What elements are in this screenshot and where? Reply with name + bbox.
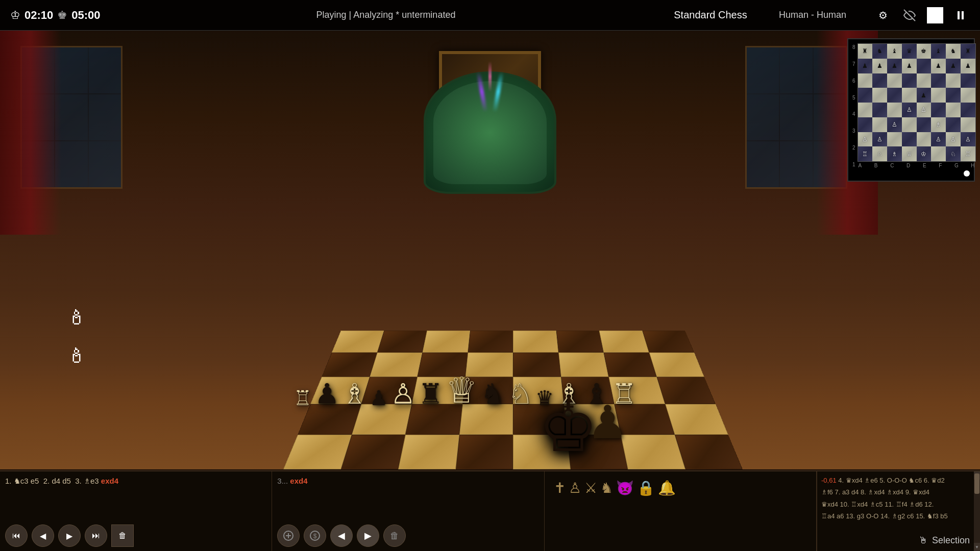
current-move-panel: 3... exd4 $ ◀ ▶ 🗑 bbox=[272, 471, 544, 551]
chess-background: ♖ ♟ ♗ ♟ ♙ ♜ ♕ ♞ ♘ ♛ ♗ ♝ ♖ 🕯 ♚ ♟ bbox=[0, 31, 980, 469]
white-crown-icon: ♔ bbox=[10, 9, 20, 22]
svg-rect-1 bbox=[958, 11, 960, 19]
svg-rect-2 bbox=[962, 11, 964, 19]
selection-label: Selection bbox=[932, 535, 970, 546]
first-move-button[interactable]: ⏮ bbox=[5, 524, 28, 547]
last-move-button[interactable]: ⏭ bbox=[85, 524, 107, 547]
hide-button[interactable] bbox=[900, 6, 919, 24]
chair bbox=[419, 71, 561, 224]
black-timer: 05:00 bbox=[71, 9, 100, 22]
move-controls: ⏮ ◀ ▶ ⏭ 🗑 bbox=[5, 524, 266, 547]
add-variation-button[interactable] bbox=[277, 524, 300, 547]
rank-labels: 87654321 bbox=[852, 43, 856, 168]
forward-button[interactable]: ▶ bbox=[357, 524, 379, 547]
curtain-left bbox=[0, 31, 61, 235]
candle: 🕯 bbox=[66, 306, 87, 367]
back-button[interactable]: ◀ bbox=[330, 524, 353, 547]
game-type: Standard Chess bbox=[659, 9, 762, 21]
sword-icon[interactable]: ⚔ bbox=[584, 480, 597, 496]
move-action-controls: $ ◀ ▶ 🗑 bbox=[277, 524, 538, 547]
selection-indicator: 🖱 Selection bbox=[919, 535, 970, 546]
move-history-text: 1. ♞c3 e5 2. d4 d5 3. ♗e3 exd4 bbox=[5, 475, 266, 521]
game-status: Playing | Analyzing * unterminated bbox=[112, 10, 659, 20]
mini-board[interactable]: 87654321 ♜♞♝♛♚♝♞♜♟♟♟♟♟♟♟♟♙♙♙♗♙♙♙♙♙♖♘♗♕♔♘… bbox=[847, 38, 975, 182]
pawn-icon[interactable]: ♙ bbox=[569, 480, 581, 496]
lock-icon[interactable]: 🔒 bbox=[637, 480, 655, 496]
current-move-text: 3... exd4 bbox=[277, 475, 538, 521]
players-label: Human - Human bbox=[762, 10, 864, 20]
pause-button[interactable] bbox=[951, 6, 970, 24]
mini-board-grid: ♜♞♝♛♚♝♞♜♟♟♟♟♟♟♟♟♙♙♙♗♙♙♙♙♙♖♘♗♕♔♘♖ bbox=[857, 43, 976, 162]
settings-button[interactable]: ⚙ bbox=[874, 6, 892, 24]
prev-move-button[interactable]: ◀ bbox=[32, 524, 54, 547]
move-history-panel: 1. ♞c3 e5 2. d4 d5 3. ♗e3 exd4 ⏮ ◀ ▶ ⏭ 🗑 bbox=[0, 471, 272, 551]
knight-icon[interactable]: ♞ bbox=[600, 480, 613, 496]
next-move-button[interactable]: ▶ bbox=[58, 524, 81, 547]
bell-icon[interactable]: 🔔 bbox=[658, 480, 676, 496]
demon-icon[interactable]: 👿 bbox=[616, 480, 634, 496]
scrollbar-thumb[interactable] bbox=[974, 473, 979, 494]
dark-piece-2: ♟ bbox=[587, 395, 628, 449]
top-controls: ⚙ bbox=[874, 6, 970, 24]
white-dot bbox=[964, 170, 970, 177]
annotation-panel: ✝ ♙ ⚔ ♞ 👿 🔒 🔔 bbox=[545, 471, 817, 551]
black-crown-icon: ♚ bbox=[57, 9, 67, 22]
top-bar: ♔ 02:10 ♚ 05:00 Playing | Analyzing * un… bbox=[0, 0, 980, 31]
delete-move-button[interactable]: 🗑 bbox=[111, 524, 134, 547]
comment-button[interactable]: $ bbox=[304, 524, 326, 547]
white-timer: 02:10 bbox=[24, 9, 53, 22]
piece-icons: ✝ ♙ ⚔ ♞ 👿 🔒 🔔 bbox=[550, 475, 811, 500]
bottom-panel: 1. ♞c3 e5 2. d4 d5 3. ♗e3 exd4 ⏮ ◀ ▶ ⏭ 🗑… bbox=[0, 470, 980, 551]
white-square-button[interactable] bbox=[927, 7, 943, 23]
scrollbar-down-arrow[interactable]: ▼ bbox=[974, 543, 980, 551]
mouse-icon: 🖱 bbox=[919, 535, 928, 546]
svg-text:$: $ bbox=[313, 533, 317, 540]
mini-board-inner: 87654321 ♜♞♝♛♚♝♞♜♟♟♟♟♟♟♟♟♙♙♙♗♙♙♙♙♙♖♘♗♕♔♘… bbox=[852, 43, 970, 177]
cross-icon[interactable]: ✝ bbox=[554, 480, 566, 496]
analysis-score: -0,61 bbox=[821, 477, 837, 484]
game-area: ♖ ♟ ♗ ♟ ♙ ♜ ♕ ♞ ♘ ♛ ♗ ♝ ♖ 🕯 ♚ ♟ bbox=[0, 31, 980, 469]
scrollbar[interactable]: ▲ ▼ bbox=[974, 471, 980, 551]
player-timers: ♔ 02:10 ♚ 05:00 bbox=[10, 9, 112, 22]
file-labels: ABCDEFGH bbox=[857, 163, 976, 168]
delete-button[interactable]: 🗑 bbox=[383, 524, 406, 547]
